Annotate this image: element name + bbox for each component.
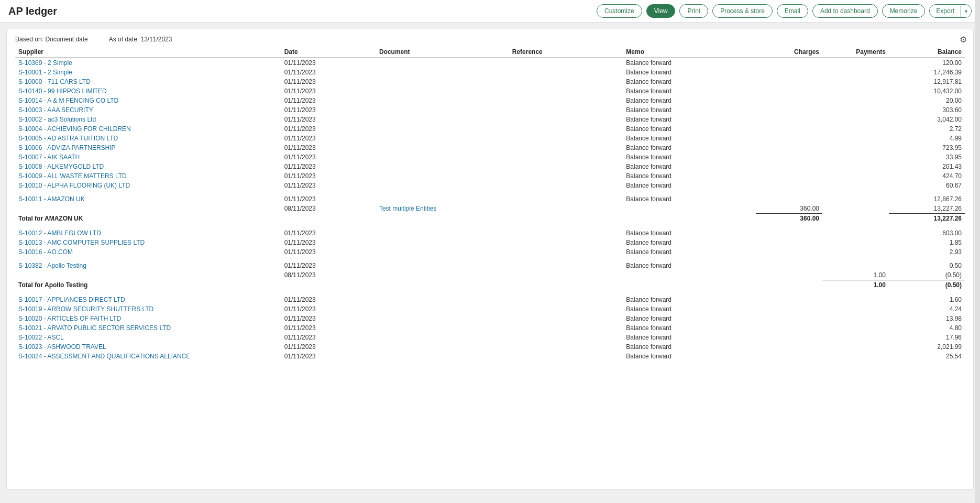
reference-cell [509,323,623,333]
memo-cell: Balance forward [623,323,756,333]
charges-cell [756,194,822,204]
document-cell [376,342,509,352]
table-row: S-10008 - ALKEMYGOLD LTD01/11/2023Balanc… [15,162,965,171]
add-to-dashboard-button[interactable]: Add to dashboard [812,4,878,18]
customize-button[interactable]: Customize [597,4,642,18]
reference-cell [509,295,623,304]
date-cell: 01/11/2023 [281,323,376,333]
supplier-cell[interactable]: S-10140 - 99 HIPPOS LIMITED [15,86,281,96]
memorize-button[interactable]: Memorize [882,4,926,18]
supplier-cell[interactable]: S-10382 - Apollo Testing [15,261,281,270]
supplier-cell[interactable]: S-10001 - 2 Simple [15,68,281,77]
payments-cell [822,342,889,352]
document-cell [376,162,509,171]
supplier-cell[interactable]: S-10019 - ARROW SECURITY SHUTTERS LTD [15,304,281,314]
supplier-cell[interactable]: S-10004 - ACHIEVING FOR CHILDREN [15,124,281,134]
supplier-cell[interactable]: S-10006 - ADVIZA PARTNERSHIP [15,143,281,152]
charges-cell [756,124,822,134]
payments-cell [822,247,889,257]
payments-cell [822,333,889,342]
payments-cell [822,86,889,96]
table-row: S-10022 - ASCL01/11/2023Balance forward1… [15,333,965,342]
reference-cell [509,228,623,238]
table-row: S-10012 - AMBLEGLOW LTD01/11/2023Balance… [15,228,965,238]
supplier-cell[interactable]: S-10017 - APPLIANCES DIRECT LTD [15,295,281,304]
charges-cell [756,171,822,181]
balance-cell: 2.72 [889,124,965,134]
memo-cell: Balance forward [623,228,756,238]
document-cell [376,58,509,68]
scrollbar[interactable] [975,0,980,496]
gear-button[interactable]: ⚙ [960,35,967,45]
process-store-button[interactable]: Process & store [712,4,773,18]
export-button[interactable]: Export [930,5,961,17]
document-cell [376,333,509,342]
document-cell [376,124,509,134]
charges-cell [756,181,822,190]
supplier-cell[interactable]: S-10010 - ALPHA FLOORING (UK) LTD [15,181,281,190]
memo-cell: Balance forward [623,238,756,247]
charges-cell [756,333,822,342]
charges-cell: 360.00 [756,204,822,214]
table-header-row: Supplier Date Document Reference Memo Ch… [15,46,965,58]
supplier-cell[interactable]: S-10009 - ALL WASTE MATTERS LTD [15,171,281,181]
print-button[interactable]: Print [679,4,708,18]
document-cell [376,280,509,291]
balance-cell: 60.67 [889,181,965,190]
supplier-cell[interactable]: S-10008 - ALKEMYGOLD LTD [15,162,281,171]
supplier-cell[interactable]: S-10002 - ac3 Solutions Ltd [15,115,281,124]
view-button[interactable]: View [646,4,676,18]
balance-cell: 201.43 [889,162,965,171]
date-cell: 08/11/2023 [281,270,376,280]
document-cell [376,194,509,204]
charges-cell [756,134,822,143]
supplier-cell[interactable]: S-10007 - AIK SAATH [15,152,281,162]
email-button[interactable]: Email [777,4,808,18]
supplier-cell[interactable]: S-10011 - AMAZON UK [15,194,281,204]
supplier-cell[interactable]: S-10024 - ASSESSMENT AND QUALIFICATIONS … [15,352,281,361]
memo-cell [623,270,756,280]
supplier-cell[interactable]: S-10012 - AMBLEGLOW LTD [15,228,281,238]
memo-cell: Balance forward [623,247,756,257]
payments-cell [822,323,889,333]
date-cell [281,214,376,225]
supplier-cell[interactable]: S-10023 - ASHWOOD TRAVEL [15,342,281,352]
supplier-cell[interactable]: S-10014 - A & M FENCING CO LTD [15,96,281,105]
balance-cell: 20.00 [889,96,965,105]
memo-cell [623,214,756,225]
date-cell: 01/11/2023 [281,171,376,181]
supplier-cell[interactable]: S-10021 - ARVATO PUBLIC SECTOR SERVICES … [15,323,281,333]
payments-cell [822,314,889,323]
supplier-cell[interactable]: S-10013 - AMC COMPUTER SUPPLIES LTD [15,238,281,247]
supplier-cell[interactable]: S-10022 - ASCL [15,333,281,342]
based-on-label: Based on: Document date [15,36,88,43]
supplier-cell[interactable]: S-10005 - AD ASTRA TUITION LTD [15,134,281,143]
payments-cell [822,238,889,247]
table-row: Total for Apollo Testing1.00(0.50) [15,280,965,291]
supplier-cell[interactable]: S-10369 - 2 Simple [15,58,281,68]
memo-cell: Balance forward [623,342,756,352]
balance-cell: 303.60 [889,105,965,115]
supplier-cell[interactable]: S-10000 - 711 CARS LTD [15,77,281,86]
memo-cell: Balance forward [623,143,756,152]
payments-cell [822,181,889,190]
supplier-cell[interactable]: S-10003 - AAA SECURITY [15,105,281,115]
document-cell [376,323,509,333]
payments-cell [822,261,889,270]
table-row: S-10020 - ARTICLES OF FAITH LTD01/11/202… [15,314,965,323]
export-split-button: Export ▾ [929,4,972,18]
charges-cell [756,96,822,105]
col-payments: Payments [822,46,889,58]
total-label: Total for AMAZON UK [15,214,281,225]
memo-cell: Balance forward [623,314,756,323]
date-cell: 01/11/2023 [281,58,376,68]
table-row: S-10019 - ARROW SECURITY SHUTTERS LTD01/… [15,304,965,314]
export-caret-button[interactable]: ▾ [961,6,971,17]
date-cell [281,280,376,291]
table-row: S-10024 - ASSESSMENT AND QUALIFICATIONS … [15,352,965,361]
supplier-cell[interactable]: S-10016 - AO.COM [15,247,281,257]
supplier-cell[interactable]: S-10020 - ARTICLES OF FAITH LTD [15,314,281,323]
charges-cell [756,323,822,333]
table-row [15,190,965,194]
balance-cell: 10,432.00 [889,86,965,96]
